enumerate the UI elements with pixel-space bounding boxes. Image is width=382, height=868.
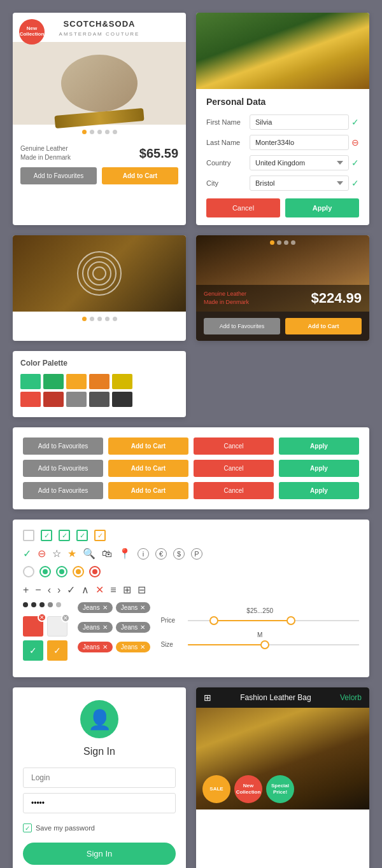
cancel-button[interactable]: Cancel	[206, 198, 280, 217]
bs-btn-cart-2[interactable]: Add to Cart	[108, 460, 188, 477]
tag-x-5[interactable]: ✕	[103, 644, 108, 651]
radio-empty[interactable]	[23, 566, 34, 577]
bicycle-add-to-cart-button[interactable]: Add to Cart	[285, 318, 362, 334]
bag-icon[interactable]: 🛍	[102, 548, 112, 560]
swatch-6[interactable]	[20, 392, 41, 407]
dot-1[interactable]	[82, 130, 87, 134]
price-slider-thumb-left[interactable]	[209, 616, 218, 625]
caret-up-icon[interactable]: ∧	[81, 584, 89, 596]
checkbox-checked-2[interactable]	[59, 530, 70, 541]
media-dot-1[interactable]	[82, 317, 87, 321]
media-dot-5[interactable]	[113, 317, 117, 321]
bs-btn-cart-1[interactable]: Add to Cart	[108, 437, 188, 455]
swatch-2[interactable]	[43, 374, 64, 389]
check-icon[interactable]: ✓	[67, 584, 75, 596]
tag-x-6[interactable]: ✕	[140, 644, 145, 651]
login-input[interactable]	[23, 768, 176, 788]
apps-grid-icon[interactable]: ⊞	[204, 692, 211, 703]
x-mark-icon[interactable]: ✕	[96, 584, 104, 596]
last-name-input[interactable]	[250, 135, 349, 150]
country-select[interactable]: United Kingdom	[250, 155, 349, 170]
bs-btn-apply-2[interactable]: Apply	[279, 460, 359, 477]
swatch-9[interactable]	[89, 392, 110, 407]
swatch-4[interactable]	[89, 374, 110, 389]
bs-btn-cart-3[interactable]: Add to Cart	[108, 482, 188, 499]
swatch-8[interactable]	[66, 392, 87, 407]
media-dot-2[interactable]	[90, 317, 94, 321]
first-name-input[interactable]	[250, 114, 349, 130]
dot-5[interactable]	[113, 130, 117, 134]
add-to-favourites-button[interactable]: Add to Favourites	[20, 167, 97, 184]
swatch-10[interactable]	[112, 392, 132, 407]
star-empty-icon[interactable]: ☆	[52, 548, 61, 560]
tag-x-3[interactable]: ✕	[103, 624, 108, 631]
location-icon[interactable]: 📍	[118, 548, 131, 560]
plus-icon[interactable]: +	[23, 584, 29, 596]
info-icon[interactable]: i	[138, 548, 149, 560]
bicycle-add-to-favourites-button[interactable]: Add to Favourites	[204, 318, 280, 334]
radio-checked-orange[interactable]	[73, 566, 84, 577]
chevron-right-icon[interactable]: ›	[57, 584, 60, 596]
euro-icon[interactable]: €	[155, 548, 167, 560]
tag-jeans-5[interactable]: Jeans ✕	[78, 642, 113, 652]
cb-empty[interactable]: ✕	[47, 616, 67, 637]
grid2-icon[interactable]: ⊟	[138, 584, 146, 596]
menu-icon[interactable]: ≡	[110, 584, 116, 596]
cb-red[interactable]: ✕	[23, 616, 43, 637]
bs-btn-cancel-2[interactable]: Cancel	[194, 460, 274, 477]
city-select[interactable]: Bristol	[250, 176, 349, 191]
star-filled-icon[interactable]: ★	[67, 548, 76, 560]
bs-btn-apply-3[interactable]: Apply	[279, 482, 359, 499]
cb-orange[interactable]: ✓	[47, 640, 67, 661]
swatch-3[interactable]	[66, 374, 87, 389]
chevron-left-icon[interactable]: ‹	[48, 584, 51, 596]
password-input[interactable]	[23, 793, 176, 813]
price-slider-thumb-right[interactable]	[286, 616, 295, 625]
tag-x-4[interactable]: ✕	[140, 624, 145, 631]
swatch-1[interactable]	[20, 374, 41, 389]
radio-checked-green-2[interactable]	[56, 566, 67, 577]
media-dot-3[interactable]	[97, 317, 102, 321]
checkbox-checked-1[interactable]	[41, 530, 52, 541]
tag-x-2[interactable]: ✕	[140, 604, 145, 611]
grid-icon[interactable]: ⊞	[123, 584, 131, 596]
dollar-icon[interactable]: $	[173, 548, 185, 560]
tag-jeans-2[interactable]: Jeans ✕	[116, 602, 151, 613]
cb-green[interactable]: ✓	[23, 640, 43, 661]
bs-btn-apply-1[interactable]: Apply	[279, 437, 359, 455]
checkbox-checked-3[interactable]	[76, 530, 88, 541]
swatch-5[interactable]	[112, 374, 132, 389]
checkbox-checked-orange[interactable]	[94, 530, 106, 541]
size-slider-track[interactable]	[188, 644, 359, 645]
dot-3[interactable]	[97, 130, 102, 134]
radio-checked-green[interactable]	[39, 566, 51, 577]
tag-x-1[interactable]: ✕	[103, 604, 108, 611]
save-password-checkbox[interactable]	[23, 823, 32, 832]
tag-jeans-4[interactable]: Jeans ✕	[116, 622, 151, 633]
bs-btn-fav-2[interactable]: Add to Favourites	[23, 460, 103, 477]
checkmark-icon[interactable]: ✓	[23, 548, 31, 560]
tag-jeans-1[interactable]: Jeans ✕	[78, 602, 113, 613]
signin-button[interactable]: Sign In	[23, 843, 176, 865]
parking-icon[interactable]: P	[191, 548, 202, 560]
add-to-cart-button[interactable]: Add to Cart	[102, 167, 178, 184]
dot-2[interactable]	[90, 130, 94, 134]
tag-jeans-3[interactable]: Jeans ✕	[78, 622, 113, 633]
apply-button[interactable]: Apply	[285, 198, 359, 217]
tag-jeans-6[interactable]: Jeans ✕	[116, 642, 151, 652]
bs-btn-fav-3[interactable]: Add to Favourites	[23, 482, 103, 499]
bicycle-dot-2[interactable]	[277, 240, 281, 245]
media-dot-4[interactable]	[105, 317, 110, 321]
bicycle-dot-3[interactable]	[284, 240, 288, 245]
bs-btn-cancel-3[interactable]: Cancel	[194, 482, 274, 499]
search-icon[interactable]: 🔍	[83, 548, 96, 560]
bs-btn-cancel-1[interactable]: Cancel	[194, 437, 274, 455]
minus-icon[interactable]: −	[35, 584, 41, 596]
swatch-7[interactable]	[43, 392, 64, 407]
size-slider-thumb[interactable]	[260, 640, 269, 649]
radio-checked-red[interactable]	[89, 566, 101, 577]
price-slider-track[interactable]	[188, 620, 359, 621]
dot-4[interactable]	[105, 130, 110, 134]
bicycle-dot-1[interactable]	[270, 240, 274, 245]
bs-btn-fav-1[interactable]: Add to Favourites	[23, 437, 103, 455]
